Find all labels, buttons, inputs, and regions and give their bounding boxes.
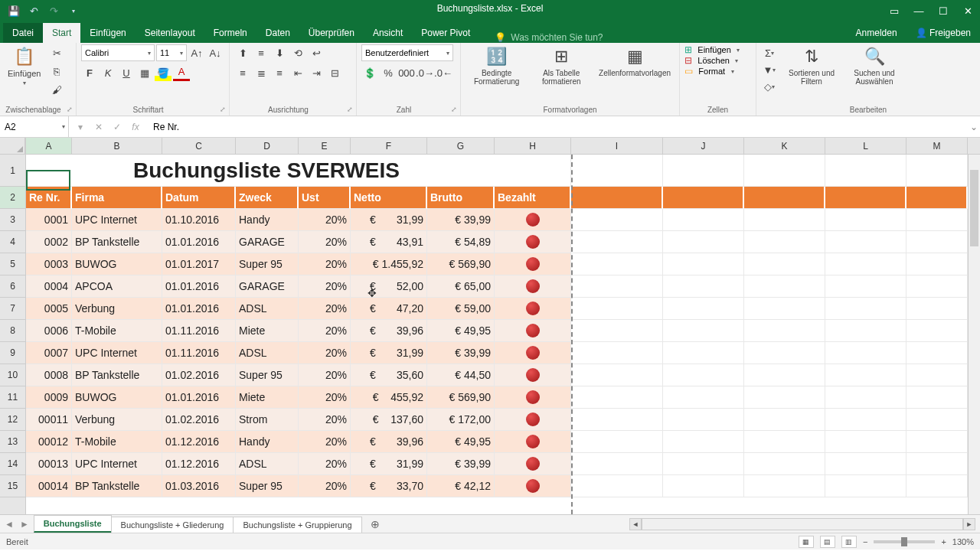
fill-icon[interactable]: ▼▾ (761, 61, 778, 78)
cell[interactable] (906, 364, 968, 386)
table-cell[interactable]: BUWOG (72, 386, 162, 409)
table-cell[interactable]: 01.11.2016 (162, 342, 236, 364)
zoom-out-icon[interactable]: − (863, 537, 867, 546)
table-cell[interactable]: € 455,92 (351, 386, 427, 409)
cell[interactable] (744, 386, 825, 409)
dialog-launcher-icon[interactable]: ⤢ (347, 106, 353, 113)
table-cell[interactable]: Strom (236, 409, 299, 431)
table-cell[interactable]: € 47,20 (351, 298, 427, 320)
paid-status-cell[interactable] (495, 276, 571, 298)
wrap-text-icon[interactable]: ↩ (308, 44, 325, 61)
table-cell[interactable]: APCOA (72, 276, 162, 298)
cell[interactable] (663, 298, 744, 320)
column-header-I[interactable]: I (571, 138, 663, 154)
cell[interactable] (663, 431, 744, 453)
cell[interactable] (906, 187, 968, 209)
cell[interactable] (825, 364, 906, 386)
table-header[interactable]: Re Nr. (26, 187, 72, 209)
table-cell[interactable]: 20% (299, 298, 351, 320)
row-header-10[interactable]: 10 (0, 364, 25, 386)
dialog-launcher-icon[interactable]: ⤢ (220, 106, 226, 113)
table-cell[interactable]: BP Tankstelle (72, 364, 162, 386)
cell[interactable] (825, 475, 906, 497)
table-header[interactable]: Firma (72, 187, 162, 209)
cell[interactable] (825, 253, 906, 276)
table-cell[interactable]: € 39,96 (351, 431, 427, 453)
cell[interactable] (571, 342, 663, 364)
cell[interactable] (906, 475, 968, 497)
number-format-select[interactable]: Benutzerdefiniert▾ (361, 44, 453, 61)
normal-view-icon[interactable]: ▦ (799, 536, 814, 548)
table-cell[interactable]: 01.10.2016 (162, 209, 236, 231)
cell[interactable] (663, 231, 744, 253)
table-cell[interactable]: 0001 (26, 209, 72, 231)
table-cell[interactable]: Handy (236, 209, 299, 231)
cancel-formula-icon[interactable]: ✕ (90, 122, 107, 132)
column-header-A[interactable]: A (26, 138, 72, 154)
column-header-D[interactable]: D (236, 138, 299, 154)
align-top-icon[interactable]: ⬆ (234, 44, 251, 61)
row-header-4[interactable]: 4 (0, 231, 25, 253)
paid-status-cell[interactable] (495, 475, 571, 497)
cell[interactable] (825, 453, 906, 475)
underline-button[interactable]: U (118, 64, 135, 81)
cell[interactable] (825, 431, 906, 453)
table-cell[interactable]: UPC Internet (72, 453, 162, 475)
format-painter-icon[interactable]: 🖌 (48, 81, 65, 98)
cell[interactable] (744, 276, 825, 298)
cell[interactable] (906, 231, 968, 253)
table-cell[interactable]: 00014 (26, 475, 72, 497)
row-header-3[interactable]: 3 (0, 209, 25, 231)
paid-status-cell[interactable] (495, 298, 571, 320)
find-select-button[interactable]: 🔍 Suchen und Auswählen (845, 44, 903, 87)
paid-status-cell[interactable] (495, 386, 571, 409)
table-cell[interactable]: € 569,90 (427, 253, 495, 276)
table-cell[interactable]: 20% (299, 364, 351, 386)
table-cell[interactable]: 01.01.2017 (162, 253, 236, 276)
row-header-12[interactable]: 12 (0, 409, 25, 431)
cell[interactable] (571, 320, 663, 342)
table-cell[interactable]: UPC Internet (72, 342, 162, 364)
cell[interactable] (571, 209, 663, 231)
table-cell[interactable]: 01.01.2016 (162, 386, 236, 409)
cell[interactable] (571, 409, 663, 431)
table-cell[interactable]: 01.01.2016 (162, 276, 236, 298)
paid-status-cell[interactable] (495, 320, 571, 342)
align-bottom-icon[interactable]: ⬇ (271, 44, 288, 61)
table-cell[interactable]: € 44,50 (427, 364, 495, 386)
table-cell[interactable]: BP Tankstelle (72, 231, 162, 253)
cell[interactable] (906, 276, 968, 298)
table-cell[interactable]: € 172,00 (427, 409, 495, 431)
fx-icon[interactable]: fx (127, 122, 144, 132)
cell[interactable] (744, 431, 825, 453)
cell[interactable] (663, 155, 744, 187)
tab-powerpivot[interactable]: Power Pivot (412, 23, 479, 43)
cell[interactable] (571, 431, 663, 453)
table-cell[interactable]: Miete (236, 386, 299, 409)
cell[interactable] (744, 187, 825, 209)
column-header-L[interactable]: L (825, 138, 906, 154)
table-cell[interactable]: 01.12.2016 (162, 431, 236, 453)
paid-status-cell[interactable] (495, 431, 571, 453)
row-header-7[interactable]: 7 (0, 298, 25, 320)
table-cell[interactable]: € 39,96 (351, 320, 427, 342)
cell[interactable] (825, 342, 906, 364)
row-header-8[interactable]: 8 (0, 320, 25, 342)
row-header-6[interactable]: 6 (0, 276, 25, 298)
cell[interactable] (744, 253, 825, 276)
cell[interactable] (744, 209, 825, 231)
table-cell[interactable]: GARAGE (236, 276, 299, 298)
cell[interactable] (663, 409, 744, 431)
table-cell[interactable]: 0006 (26, 320, 72, 342)
paid-status-cell[interactable] (495, 409, 571, 431)
cell[interactable] (906, 320, 968, 342)
table-cell[interactable]: 0003 (26, 253, 72, 276)
cell[interactable] (825, 276, 906, 298)
delete-cells-button[interactable]: ⊟ Löschen ▾ (684, 55, 740, 66)
table-cell[interactable]: € 31,99 (351, 342, 427, 364)
table-cell[interactable]: 00012 (26, 431, 72, 453)
table-cell[interactable]: 20% (299, 231, 351, 253)
row-header-13[interactable]: 13 (0, 431, 25, 453)
sheet-tab[interactable]: Buchungsliste (34, 515, 112, 533)
cell[interactable] (906, 409, 968, 431)
